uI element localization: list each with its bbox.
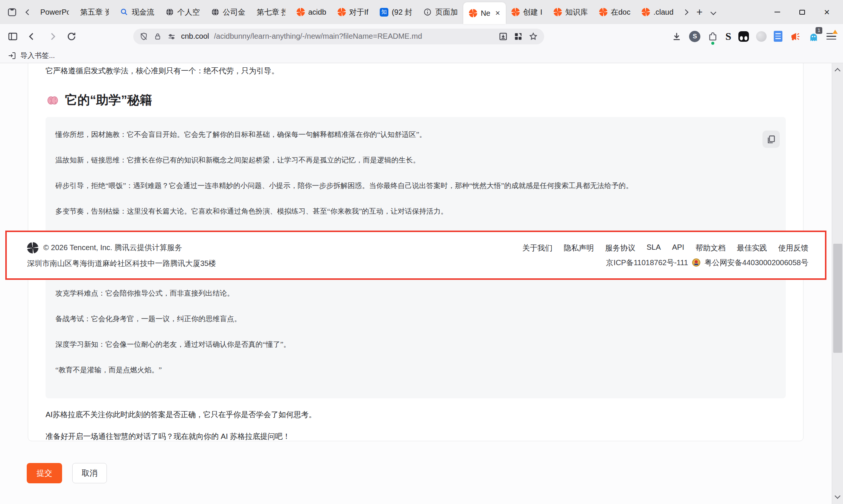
cnb-logo-dark-icon xyxy=(27,242,38,254)
document-extension-icon[interactable] xyxy=(774,31,782,42)
sphere-extension-icon[interactable] xyxy=(756,31,767,42)
tab-cashflow[interactable]: 现金流 xyxy=(114,0,160,24)
tab-create[interactable]: 创建 I xyxy=(506,0,548,24)
bookmark-star-icon[interactable] xyxy=(528,32,538,41)
submit-button[interactable]: 提交 xyxy=(27,463,62,483)
quote-paragraph: 深度学习新知：它会像一位耐心的老友，通过对话确认你是否真的“懂了”。 xyxy=(55,340,775,349)
tab-duiyu[interactable]: 对于If xyxy=(332,0,374,24)
zhihu-icon: 知 xyxy=(380,8,388,17)
cnb-logo-icon xyxy=(297,8,305,16)
cnb-logo-icon xyxy=(554,8,562,16)
footer-link-best-practice[interactable]: 最佳实践 xyxy=(737,243,767,253)
screenshot-grid-icon[interactable] xyxy=(513,32,523,41)
extension-icons: S S 1 xyxy=(671,30,836,43)
menu-icon[interactable] xyxy=(826,33,836,40)
scrollbar-thumb[interactable] xyxy=(833,244,842,353)
quote-paragraph: 多变节奏，告别枯燥：这里没有长篇大论。它喜欢和你通过角色扮演、模拟练习、甚至“你… xyxy=(55,206,775,216)
site-footer-annotated: © 2026 Tencent, Inc. 腾讯云提供计算服务 深圳市南山区粤海街… xyxy=(5,231,826,280)
tab-acidbunny[interactable]: acidb xyxy=(291,0,332,24)
tab-new-active[interactable]: Ne × xyxy=(463,2,505,24)
tab-list-dropdown-icon[interactable] xyxy=(707,0,720,24)
reload-button[interactable] xyxy=(65,30,78,43)
shield-off-icon[interactable] xyxy=(139,32,148,41)
panda-extension-icon[interactable] xyxy=(738,31,749,42)
icp-number[interactable]: 京ICP备11018762号-111 xyxy=(606,258,688,268)
window-close-button[interactable]: × xyxy=(814,0,839,24)
search-icon xyxy=(120,8,128,16)
footer-link-terms[interactable]: 服务协议 xyxy=(605,243,635,253)
cnb-logo-icon xyxy=(469,9,477,17)
brain-emoji-icon xyxy=(46,93,60,108)
quote-paragraph: 攻克学科难点：它会陪你推导公式，而非直接列出结论。 xyxy=(55,288,775,298)
notification-badge: 1 xyxy=(816,27,822,34)
window-minimize-button[interactable] xyxy=(765,0,790,24)
forward-button[interactable] xyxy=(46,30,58,43)
tab-claude[interactable]: .claud xyxy=(636,0,679,24)
cnb-logo-icon xyxy=(338,8,346,16)
bookmarks-bar: 导入书签... xyxy=(0,49,843,63)
footer-link-privacy[interactable]: 隐私声明 xyxy=(564,243,594,253)
scroll-up-icon[interactable] xyxy=(835,68,840,74)
cnb-logo-icon xyxy=(642,8,650,16)
footer-address: 深圳市南山区粤海街道麻岭社区科技中一路腾讯大厦35楼 xyxy=(27,258,216,269)
footer-link-feedback[interactable]: 使用反馈 xyxy=(778,243,808,253)
permissions-icon[interactable] xyxy=(167,32,176,41)
quote-paragraph: “教育不是灌输，而是点燃火焰。” xyxy=(55,365,775,375)
tab-indoc[interactable]: 在doc xyxy=(593,0,636,24)
address-bar[interactable]: cnb.cool/acidbunny/learn-anything/-/new/… xyxy=(133,29,544,44)
tab-pageload[interactable]: 页面加 xyxy=(418,0,463,24)
quote-paragraph: 备战考试：它会化身考官，一题一议，纠正你的思维盲点。 xyxy=(55,314,775,324)
tab-chapter7[interactable]: 第七章 投 xyxy=(251,0,291,24)
tab-zhihu[interactable]: 知(92 封 xyxy=(374,0,418,24)
quote-paragraph: 温故知新，链接思维：它擅长在你已有的知识和新概念之间架起桥梁，让学习不再是孤立的… xyxy=(55,155,775,165)
extension-s-letter-icon[interactable]: S xyxy=(725,30,731,43)
form-actions: 提交 取消 xyxy=(27,463,107,483)
url-path: /acidbunny/learn-anything/-/new/main?fil… xyxy=(214,32,422,41)
tab-groups-icon[interactable] xyxy=(5,5,20,20)
lock-icon[interactable] xyxy=(153,32,162,41)
footer-link-about[interactable]: 关于我们 xyxy=(522,243,552,253)
browser-tab-bar: PowerPoi 第五章 资 现金流 个人空 公司金 第七章 投 acidb 对… xyxy=(0,0,843,24)
outro-paragraph: 准备好开启一场通往智慧的对话了吗？现在就向你的 AI 苏格拉底提问吧！ xyxy=(46,431,786,442)
sidebar-toggle-icon[interactable] xyxy=(7,30,19,43)
ghost-extension-icon[interactable]: 1 xyxy=(808,31,819,42)
footer-left: © 2026 Tencent, Inc. 腾讯云提供计算服务 深圳市南山区粤海街… xyxy=(27,242,216,269)
tab-personal-space[interactable]: 个人空 xyxy=(160,0,205,24)
footer-link-sla[interactable]: SLA xyxy=(647,243,661,253)
tab-chapter5[interactable]: 第五章 资 xyxy=(75,0,114,24)
globe-icon xyxy=(211,8,219,16)
extensions-puzzle-icon[interactable] xyxy=(708,31,718,42)
import-bookmarks-label[interactable]: 导入书签... xyxy=(20,51,55,61)
scroll-down-icon[interactable] xyxy=(835,493,840,499)
tab-knowledge[interactable]: 知识库 xyxy=(548,0,593,24)
extension-active-dot xyxy=(711,42,714,45)
downloads-icon[interactable] xyxy=(671,31,682,42)
tab-close-icon[interactable]: × xyxy=(495,9,500,17)
copy-button[interactable] xyxy=(762,131,780,148)
megaphone-icon[interactable] xyxy=(790,31,801,42)
window-maximize-button[interactable] xyxy=(790,0,814,24)
back-button[interactable] xyxy=(26,30,38,43)
import-bookmarks-icon xyxy=(8,51,17,60)
new-tab-button[interactable]: + xyxy=(692,0,707,24)
tab-scroll-right-icon[interactable] xyxy=(679,0,692,24)
tab-powerpoint[interactable]: PowerPoi xyxy=(35,0,75,24)
page-content: 它严格遵循启发式教学法，核心准则只有一个：绝不代劳，只为引导。 它的“助学”秘籍… xyxy=(0,63,843,504)
extension-s-circle-icon[interactable]: S xyxy=(689,31,700,42)
quote-paragraph: 碎步引导，拒绝“喂饭”：遇到难题？它会通过一连串精妙的小问题、小提示，陪你一步步… xyxy=(55,181,775,191)
save-page-icon[interactable] xyxy=(498,32,508,41)
quote-paragraph: 懂你所想，因材施教：它不会盲目开始。它会先了解你的目标和基础，确保每一句解释都精… xyxy=(55,130,775,140)
section-heading: 它的“助学”秘籍 xyxy=(46,92,786,109)
cnb-logo-icon xyxy=(599,8,607,16)
vertical-scrollbar[interactable] xyxy=(832,63,843,504)
tab-company[interactable]: 公司金 xyxy=(205,0,251,24)
cnb-logo-icon xyxy=(511,8,520,16)
police-record-number[interactable]: 粤公网安备44030002006058号 xyxy=(705,258,808,268)
cancel-button[interactable]: 取消 xyxy=(72,463,107,483)
tab-scroll-left-icon[interactable] xyxy=(22,0,35,24)
footer-link-docs[interactable]: 帮助文档 xyxy=(695,243,726,253)
police-badge-icon xyxy=(692,258,701,267)
globe-icon xyxy=(166,8,174,16)
section-heading-text: 它的“助学”秘籍 xyxy=(65,92,152,109)
footer-link-api[interactable]: API xyxy=(672,243,684,253)
